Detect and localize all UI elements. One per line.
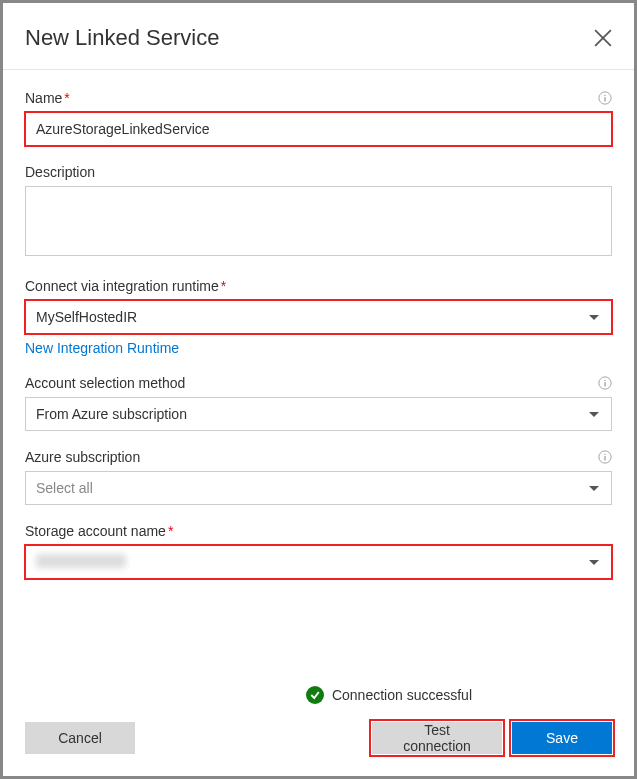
status-message: Connection successful [332,687,472,703]
runtime-label: Connect via integration runtime* [25,278,226,294]
close-icon[interactable] [594,29,612,47]
storage-account-label: Storage account name* [25,523,173,539]
info-icon[interactable] [598,91,612,105]
svg-rect-4 [604,97,605,101]
runtime-select[interactable]: MySelfHostedIR [25,300,612,334]
panel-header: New Linked Service [3,3,634,70]
description-input[interactable] [25,186,612,256]
save-button[interactable]: Save [512,722,612,754]
caret-down-icon [589,315,599,320]
connection-status: Connection successful [25,686,612,704]
storage-account-select[interactable] [25,545,612,579]
test-connection-button[interactable]: Test connection [372,722,502,754]
subscription-label: Azure subscription [25,449,140,465]
panel-title: New Linked Service [25,25,219,51]
subscription-value: Select all [36,480,589,496]
info-icon[interactable] [598,376,612,390]
subscription-select[interactable]: Select all [25,471,612,505]
success-check-icon [306,686,324,704]
caret-down-icon [589,560,599,565]
name-label: Name* [25,90,70,106]
caret-down-icon [589,412,599,417]
storage-account-value [36,554,589,571]
runtime-value: MySelfHostedIR [36,309,589,325]
description-field: Description [25,164,612,260]
subscription-field: Azure subscription Select all [25,449,612,505]
account-method-field: Account selection method From Azure subs… [25,375,612,431]
cancel-button[interactable]: Cancel [25,722,135,754]
svg-point-6 [604,380,605,381]
runtime-field: Connect via integration runtime* MySelfH… [25,278,612,357]
account-method-label: Account selection method [25,375,185,391]
panel-footer: Connection successful Cancel Test connec… [3,670,634,776]
svg-rect-10 [604,456,605,460]
account-method-select[interactable]: From Azure subscription [25,397,612,431]
svg-point-3 [604,95,605,96]
info-icon[interactable] [598,450,612,464]
caret-down-icon [589,486,599,491]
storage-account-field: Storage account name* [25,523,612,579]
svg-point-9 [604,454,605,455]
name-input[interactable] [25,112,612,146]
name-field: Name* [25,90,612,146]
account-method-value: From Azure subscription [36,406,589,422]
description-label: Description [25,164,95,180]
new-runtime-link[interactable]: New Integration Runtime [25,340,179,356]
new-linked-service-panel: New Linked Service Name* Description [3,3,634,776]
button-row: Cancel Test connection Save [25,722,612,754]
svg-rect-7 [604,382,605,386]
